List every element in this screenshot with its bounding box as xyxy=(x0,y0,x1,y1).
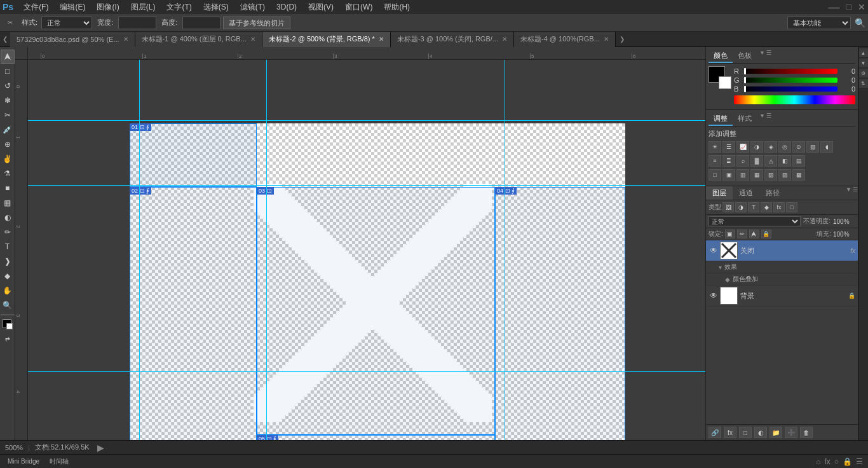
adjust-icon-r2[interactable]: ▣ xyxy=(722,169,735,181)
timeline-label[interactable]: 时间轴 xyxy=(47,457,71,466)
adjust-icon-r6[interactable]: ▨ xyxy=(778,169,791,181)
menu-filter[interactable]: 滤镜(T) xyxy=(235,1,270,14)
layers-ctrl-txt[interactable]: T xyxy=(748,202,759,212)
adjust-channelmixer[interactable]: ≡ xyxy=(709,155,721,167)
adjust-panel-expand[interactable]: ▼ xyxy=(759,113,765,126)
tool-clone[interactable]: ⚗ xyxy=(1,167,15,181)
adjust-bw[interactable]: ▧ xyxy=(806,141,819,153)
menu-help[interactable]: 帮助(H) xyxy=(379,1,415,14)
tab-1[interactable]: 57329c03db8ac.psd @ 50% (E... ✕ xyxy=(10,32,135,47)
layers-ctrl-sm[interactable]: □ xyxy=(786,202,797,212)
tool-select-rect[interactable]: □ xyxy=(1,64,15,78)
menu-layer[interactable]: 图层(L) xyxy=(126,1,161,14)
layers-adj-btn[interactable]: ◐ xyxy=(754,427,767,438)
layer-item-color-overlay[interactable]: ◆ 颜色叠加 xyxy=(706,273,858,286)
tool-pen[interactable]: ✏ xyxy=(1,225,15,239)
tool-brush[interactable]: ✌ xyxy=(1,152,15,166)
canvas-area[interactable]: 0 1 2 3 4 5 6 0 1 2 3 4 xyxy=(15,47,705,440)
layers-ctrl-shp[interactable]: ◆ xyxy=(761,202,772,212)
adjust-icon-r4[interactable]: ▦ xyxy=(750,169,763,181)
lock-all[interactable]: 🔒 xyxy=(761,230,771,238)
mini-bridge-label[interactable]: Mini Bridge xyxy=(5,458,42,465)
layers-ctrl-fx[interactable]: fx xyxy=(773,202,785,212)
layers-link-btn[interactable]: 🔗 xyxy=(709,427,721,438)
tab-3[interactable]: 未标题-2 @ 500% (背景, RGB/8) * ✕ xyxy=(262,32,391,47)
layer-close-visibility[interactable]: 👁 xyxy=(709,245,719,256)
tool-eyedropper[interactable]: 💉 xyxy=(1,123,15,137)
canvas-document[interactable]: 01 ⊡ ∮ 02 ⊡ ∮ 03 ⊡ 04 ⊡ ∮ 05 ⊡ ∮ 对世界说什么是… xyxy=(130,123,625,440)
adjust-photofilter[interactable]: ◖ xyxy=(820,141,833,153)
tool-swap-colors[interactable]: ⇄ xyxy=(1,332,15,346)
adjust-levels[interactable]: ☰ xyxy=(722,141,735,153)
bottombar-circle[interactable]: ○ xyxy=(834,457,839,466)
color-slider-b[interactable] xyxy=(744,86,837,92)
tool-crop[interactable]: ✂ xyxy=(1,108,15,122)
adjust-panel-menu[interactable]: ☰ xyxy=(766,113,771,126)
tabs-scroll-right[interactable]: ❯ xyxy=(617,32,627,47)
layers-opacity-value[interactable]: 100% xyxy=(833,218,855,225)
adjust-curves[interactable]: 📈 xyxy=(736,141,749,153)
panel-toggle-4[interactable]: ⇅ xyxy=(859,79,868,88)
lock-paint[interactable]: ✏ xyxy=(737,230,747,238)
menu-image[interactable]: 图像(I) xyxy=(92,1,124,14)
toolbar-width-input[interactable] xyxy=(118,17,156,29)
menu-file[interactable]: 文件(F) xyxy=(18,1,53,14)
lock-transparent[interactable]: ▣ xyxy=(725,230,735,238)
tool-zoom[interactable]: 🔍 xyxy=(1,298,15,312)
tool-eraser[interactable]: ■ xyxy=(1,181,15,195)
layers-delete-btn[interactable]: 🗑 xyxy=(800,427,813,438)
menu-window[interactable]: 窗口(W) xyxy=(340,1,377,14)
window-minimize[interactable]: — xyxy=(829,1,840,14)
color-spectrum[interactable] xyxy=(734,95,855,104)
adjust-icon-r1[interactable]: □ xyxy=(709,169,721,181)
panel-toggle-3[interactable]: ⚙ xyxy=(859,69,868,78)
swatches-tab[interactable]: 色板 xyxy=(733,50,757,63)
layer-item-close[interactable]: 👁 关闭 fx xyxy=(706,240,858,261)
tool-wand[interactable]: ❃ xyxy=(1,93,15,107)
color-tab[interactable]: 颜色 xyxy=(709,50,733,63)
menu-select[interactable]: 选择(S) xyxy=(198,1,234,14)
adjust-tab[interactable]: 调整 xyxy=(709,113,733,126)
layers-mask-btn[interactable]: □ xyxy=(739,427,752,438)
menu-edit[interactable]: 编辑(E) xyxy=(55,1,90,14)
color-panel-menu[interactable]: ☰ xyxy=(766,50,771,63)
tab-2-close[interactable]: ✕ xyxy=(250,36,255,43)
toolbar-search-icon[interactable]: 🔍 xyxy=(855,18,865,28)
adjust-selectivecolor[interactable]: ▤ xyxy=(792,155,805,167)
toolbar-workspace-dropdown[interactable]: 基本功能 xyxy=(787,17,851,29)
statusbar-zoom[interactable]: 500% xyxy=(5,444,23,451)
tab-4-close[interactable]: ✕ xyxy=(502,36,507,43)
adjust-icon-r5[interactable]: ▧ xyxy=(764,169,777,181)
window-close[interactable]: ✕ xyxy=(858,2,865,12)
layer-bg-visibility[interactable]: 👁 xyxy=(709,291,719,301)
lock-move[interactable]: ⮝ xyxy=(749,230,759,238)
panel-toggle-2[interactable]: ▼ xyxy=(859,59,868,67)
adjust-gradientmap[interactable]: ◧ xyxy=(778,155,791,167)
adjust-exposure[interactable]: ◑ xyxy=(750,141,763,153)
toolbar-height-input[interactable] xyxy=(182,17,220,29)
layers-mode-select[interactable]: 正常 xyxy=(709,216,801,226)
menu-text[interactable]: 文字(T) xyxy=(161,1,196,14)
bottombar-more[interactable]: ☰ xyxy=(856,457,863,466)
adjust-hue[interactable]: ◎ xyxy=(778,141,791,153)
tool-lasso[interactable]: ↺ xyxy=(1,79,15,93)
layers-new-btn[interactable]: ➕ xyxy=(785,427,797,438)
layers-group-btn[interactable]: 📁 xyxy=(770,427,782,438)
paths-tab[interactable]: 路径 xyxy=(759,186,786,200)
tab-3-close[interactable]: ✕ xyxy=(379,36,384,43)
adjust-vibrance[interactable]: ◈ xyxy=(764,141,777,153)
menu-view[interactable]: 视图(V) xyxy=(303,1,339,14)
canvas-content[interactable]: 01 ⊡ ∮ 02 ⊡ ∮ 03 ⊡ 04 ⊡ ∮ 05 ⊡ ∮ 对世界说什么是… xyxy=(28,60,705,440)
adjust-invert[interactable]: ⌕ xyxy=(736,155,749,167)
channels-tab[interactable]: 通道 xyxy=(733,186,759,200)
tabs-scroll-left[interactable]: ❮ xyxy=(0,32,10,47)
menu-3d[interactable]: 3D(D) xyxy=(271,1,302,13)
tab-5[interactable]: 未标题-4 @ 100%(RGB... ✕ xyxy=(514,32,616,47)
toolbar-slice-btn[interactable]: 基于参考线的切片 xyxy=(223,17,290,29)
window-restore[interactable]: □ xyxy=(846,2,851,12)
adjust-threshold[interactable]: ◬ xyxy=(764,155,777,167)
bottombar-lock[interactable]: 🔒 xyxy=(843,457,852,466)
tool-text[interactable]: T xyxy=(1,240,15,254)
adjust-brightness[interactable]: ☀ xyxy=(709,141,721,153)
tool-shape[interactable]: ◆ xyxy=(1,269,15,283)
